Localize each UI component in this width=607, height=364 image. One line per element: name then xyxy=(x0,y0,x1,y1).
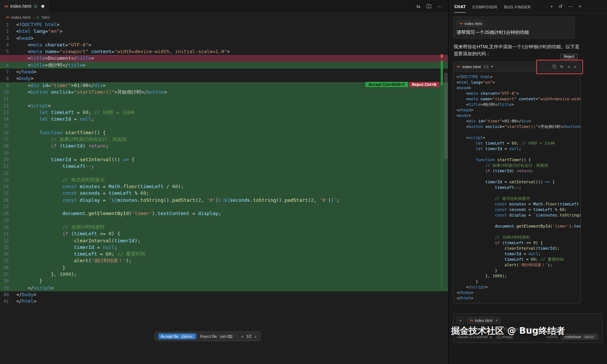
line-number: 22 xyxy=(0,170,16,177)
codebase-button[interactable]: codebase ctrl+↵ xyxy=(561,334,599,340)
chat-code-line: <html lang="en"> xyxy=(453,80,580,85)
line-number: 5 xyxy=(0,48,16,55)
accept-file-kbd: Ctrl+↵ xyxy=(180,334,194,339)
tab-bug-finder[interactable]: BUG FINDER xyxy=(504,0,531,13)
line-number: 35 xyxy=(0,257,16,264)
breadcrumb-node[interactable]: html xyxy=(41,15,49,20)
copy-icon[interactable] xyxy=(552,65,556,69)
chat-code-line: // 当倒计时结束时 xyxy=(453,235,580,240)
chat-code-line xyxy=(453,190,580,196)
line-number: 14 xyxy=(0,116,16,122)
line-number: 38 xyxy=(0,278,16,284)
code-lines: 1<!DOCTYPE html>2<html lang="en">3<head>… xyxy=(0,21,448,305)
overview-ruler-deleted-mark xyxy=(441,54,443,58)
followup-file-chip[interactable]: <> index.html × xyxy=(467,317,501,324)
line-number: 7 xyxy=(0,69,16,75)
accept-code-icon[interactable]: ✓ xyxy=(573,64,577,69)
editor-code-line: 18 if (timerId) return; xyxy=(0,143,448,149)
code-block-counter: 1/1 xyxy=(483,65,489,69)
chat-code-line: timeLeft = 60; // 重置时间 xyxy=(453,257,580,262)
line-number: 36 xyxy=(0,264,16,271)
editor-code-line: 26 const display = `${minutes.toString()… xyxy=(0,197,448,204)
editor-code-line: 8<body> xyxy=(0,75,448,82)
new-chat-icon[interactable]: + xyxy=(550,4,553,9)
close-panel-icon[interactable]: × xyxy=(578,4,581,9)
remove-chip-icon[interactable]: × xyxy=(495,318,497,323)
accept-file-button[interactable]: Accept file Ctrl+↵ xyxy=(158,333,197,339)
line-number: 37 xyxy=(0,271,16,278)
tab-label: index.html xyxy=(10,4,31,9)
chat-code-line: <div id="timer">01:00</div> xyxy=(453,118,580,124)
file-diff-bar: Accept file Ctrl+↵ Reject file ctrl+⌫ ∧ … xyxy=(155,332,261,341)
chat-panel-header: CHAT COMPOSER BUG FINDER + ↺ ⋯ × xyxy=(448,0,607,13)
chat-code-line xyxy=(453,129,580,135)
app-window: <> index.html U ⇆ ⋯ <> index.html › ◇ ht… xyxy=(0,0,607,364)
chat-code-line: document.getElementById('timer').textCon… xyxy=(453,223,580,229)
more-actions-icon[interactable]: ⋯ xyxy=(437,4,442,9)
line-number: 25 xyxy=(0,190,16,197)
editor-scrollbar[interactable] xyxy=(444,73,448,159)
chat-code-line: if (timerId) return; xyxy=(453,168,580,174)
line-number: 29 xyxy=(0,217,16,224)
more-icon[interactable]: ⋯ xyxy=(568,4,573,9)
git-status-untracked: U xyxy=(34,4,37,8)
add-context-button[interactable]: + xyxy=(457,317,464,324)
line-number: 30 xyxy=(0,224,16,230)
next-diff-icon[interactable]: ∨ xyxy=(254,334,257,339)
chat-code-line: clearInterval(timerId); xyxy=(453,246,580,251)
line-number: 20 xyxy=(0,156,16,163)
code-editor[interactable]: 1<!DOCTYPE html>2<html lang="en">3<head>… xyxy=(0,21,448,364)
code-block-header: <> index.html 1/1 • ↻ × ✓ xyxy=(453,62,580,72)
chat-code-line: <title>倒计时</title> xyxy=(453,102,580,107)
line-number: 31 xyxy=(0,230,16,237)
html-file-icon: <> xyxy=(6,15,9,19)
editor-code-line: 31 if (timeLeft <= 0) { xyxy=(0,230,448,237)
reject-code-icon[interactable]: × xyxy=(568,65,570,69)
breadcrumb-file[interactable]: index.html xyxy=(11,15,31,20)
overview-ruler-added-mark xyxy=(441,60,443,86)
line-number: 28 xyxy=(0,210,16,217)
line-number: 16 xyxy=(0,129,16,136)
diff-counter: 1/2 xyxy=(246,334,252,339)
editor-code-line: 32 clearInterval(timerId); xyxy=(0,238,448,244)
editor-code-line: 2<html lang="en"> xyxy=(0,28,448,35)
editor-code-line: 24 const minutes = Math.floor(timeLeft /… xyxy=(0,183,448,190)
open-changes-icon[interactable]: ⇆ xyxy=(416,4,420,9)
editor-code-line: 11 xyxy=(0,96,448,102)
chat-code-line: </script> xyxy=(453,284,580,290)
code-block-filename[interactable]: index.html xyxy=(462,65,481,69)
tab-chat[interactable]: CHAT xyxy=(454,0,466,13)
line-number: 39 xyxy=(0,285,16,291)
editor-code-line: 15 xyxy=(0,122,448,129)
chat-code-line: </body> xyxy=(453,290,580,295)
reapply-icon[interactable]: ↻ xyxy=(560,64,564,69)
split-editor-icon[interactable] xyxy=(426,4,431,9)
watermark: 掘金技术社区 @ Bug终结者 xyxy=(451,325,565,337)
editor-code-line: 20 timerId = setInterval(() => { xyxy=(0,156,448,163)
html-file-icon: <> xyxy=(470,319,473,322)
editor-code-line: 22 xyxy=(0,170,448,177)
history-icon[interactable]: ↺ xyxy=(559,4,563,9)
chat-code-line: <body> xyxy=(453,113,580,118)
line-number: 24 xyxy=(0,183,16,190)
tab-index-html[interactable]: <> index.html U xyxy=(0,0,49,13)
tab-composer[interactable]: COMPOSER xyxy=(472,0,497,13)
annotation-tooltip: Reject xyxy=(561,54,577,59)
editor-code-line: 33 timerId = null; xyxy=(0,244,448,251)
accept-diff-button[interactable]: Accept Ctrl+Shift+Y xyxy=(365,82,408,87)
line-number: 18 xyxy=(0,143,16,149)
prev-diff-icon[interactable]: ∧ xyxy=(241,334,243,339)
line-number: 41 xyxy=(0,298,16,305)
html-file-icon: <> xyxy=(4,4,8,8)
editor-code-line: <title>Document</title> xyxy=(0,55,448,62)
context-file-chip[interactable]: <> index.html xyxy=(457,20,485,27)
line-number: 40 xyxy=(0,291,16,298)
reject-diff-button[interactable]: Reject Ctrl+N xyxy=(409,82,439,87)
line-number: 2 xyxy=(0,28,16,35)
line-number: 1 xyxy=(0,21,16,28)
html-file-icon: <> xyxy=(457,65,460,69)
line-number: 3 xyxy=(0,35,16,42)
reject-file-button[interactable]: Reject file ctrl+⌫ xyxy=(200,334,233,339)
chat-code-line: <meta charset="UTF-8"> xyxy=(453,91,580,96)
user-message: <> index.html 请帮我写一个JS倒计时1分钟的功能 xyxy=(453,17,575,39)
